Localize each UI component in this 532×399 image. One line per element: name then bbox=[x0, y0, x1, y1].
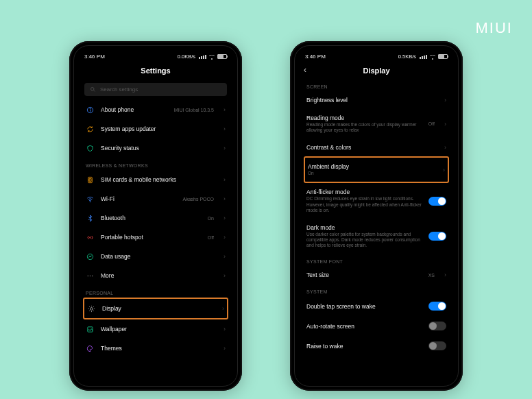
row-bluetooth[interactable]: Bluetooth On › bbox=[77, 208, 234, 228]
row-label: Display bbox=[102, 305, 215, 312]
toggle-auto-rotate[interactable] bbox=[428, 322, 446, 330]
row-data-usage[interactable]: Data usage › bbox=[77, 247, 234, 266]
wifi-icon bbox=[209, 54, 215, 60]
status-net: 0.5KB/s bbox=[398, 53, 416, 60]
svg-point-10 bbox=[89, 275, 90, 276]
row-themes[interactable]: Themes › bbox=[77, 339, 234, 358]
row-wallpaper[interactable]: Wallpaper › bbox=[77, 319, 234, 339]
search-input[interactable]: Search settings bbox=[84, 83, 227, 96]
section-system: SYSTEM bbox=[298, 284, 455, 296]
chevron-right-icon: › bbox=[444, 121, 446, 128]
status-time: 3:46 PM bbox=[305, 53, 326, 60]
shield-icon bbox=[86, 144, 94, 152]
signal-icon bbox=[420, 55, 427, 59]
data-icon bbox=[86, 252, 94, 261]
row-text-size[interactable]: Text size XS › bbox=[298, 266, 455, 284]
search-placeholder: Search settings bbox=[100, 86, 138, 93]
signal-icon bbox=[199, 55, 206, 59]
svg-point-6 bbox=[90, 201, 90, 202]
chevron-right-icon: › bbox=[222, 305, 224, 312]
section-screen: SCREEN bbox=[298, 79, 455, 91]
sim-icon bbox=[86, 176, 94, 184]
row-label: Themes bbox=[101, 345, 217, 352]
row-label: Brightness level bbox=[306, 97, 437, 104]
chevron-right-icon: › bbox=[223, 253, 226, 260]
page-title-row: ‹ Display bbox=[298, 62, 455, 79]
wifi-icon bbox=[86, 195, 94, 203]
svg-point-9 bbox=[87, 275, 88, 276]
battery-icon bbox=[438, 54, 448, 59]
row-label: Reading mode Reading mode makes the colo… bbox=[306, 114, 422, 133]
chevron-right-icon: › bbox=[444, 144, 446, 151]
section-personal: PERSONAL bbox=[77, 285, 234, 298]
row-security-status[interactable]: Security status › bbox=[77, 138, 234, 158]
chevron-right-icon: › bbox=[444, 97, 446, 104]
svg-point-11 bbox=[92, 275, 93, 276]
row-system-updater[interactable]: System apps updater › bbox=[77, 119, 234, 138]
row-sim[interactable]: SIM cards & mobile networks › bbox=[77, 170, 234, 189]
svg-point-12 bbox=[90, 307, 93, 310]
chevron-right-icon: › bbox=[223, 272, 226, 279]
row-wifi[interactable]: Wi-Fi Akashs POCO › bbox=[77, 189, 234, 208]
row-label: Wallpaper bbox=[101, 326, 217, 332]
row-double-tap[interactable]: Double tap screen to wake bbox=[298, 296, 455, 316]
row-about-phone[interactable]: About phone MIUI Global 10.3.5 › bbox=[77, 100, 234, 119]
row-label: More bbox=[101, 272, 217, 279]
row-label: SIM cards & mobile networks bbox=[101, 176, 217, 183]
back-button[interactable]: ‹ bbox=[304, 65, 306, 75]
row-value: XS bbox=[428, 273, 435, 278]
row-label: Data usage bbox=[101, 253, 217, 260]
refresh-icon bbox=[86, 125, 94, 133]
row-label: Security status bbox=[101, 145, 217, 152]
toggle-raise-to-wake[interactable] bbox=[428, 341, 446, 350]
row-subtitle: DC Dimming reduces eye strain in low lig… bbox=[306, 196, 422, 213]
row-raise-to-wake[interactable]: Raise to wake bbox=[298, 336, 455, 356]
page-title: Display bbox=[363, 66, 389, 75]
row-dark-mode[interactable]: Dark mode Use darker color palette for s… bbox=[298, 219, 455, 254]
toggle-double-tap[interactable] bbox=[428, 302, 446, 311]
row-value: MIUI Global 10.3.5 bbox=[174, 108, 214, 112]
row-subtitle: Use darker color palette for system back… bbox=[306, 232, 422, 248]
status-bar: 3:46 PM 0.5KB/s bbox=[298, 49, 455, 62]
row-reading-mode[interactable]: Reading mode Reading mode makes the colo… bbox=[298, 109, 455, 138]
toggle-anti-flicker[interactable] bbox=[428, 197, 446, 206]
row-value: Off bbox=[208, 235, 214, 240]
chevron-right-icon: › bbox=[223, 145, 226, 152]
row-value: Akashs POCO bbox=[182, 197, 214, 202]
chevron-right-icon: › bbox=[223, 106, 226, 113]
toggle-dark-mode[interactable] bbox=[428, 232, 446, 241]
row-value: On bbox=[208, 216, 214, 221]
row-label: Dark mode Use darker color palette for s… bbox=[306, 224, 422, 248]
row-label: Portable hotspot bbox=[101, 234, 201, 241]
row-hotspot[interactable]: Portable hotspot Off › bbox=[77, 228, 234, 247]
row-ambient-display[interactable]: Ambient display On › bbox=[305, 158, 448, 182]
sun-icon bbox=[87, 304, 95, 313]
battery-icon bbox=[217, 54, 227, 59]
page-title: Settings bbox=[141, 66, 170, 75]
row-display[interactable]: Display › bbox=[84, 299, 227, 318]
chevron-right-icon: › bbox=[223, 234, 226, 241]
page-title-row: Settings bbox=[77, 62, 234, 79]
svg-rect-5 bbox=[88, 177, 92, 182]
row-label: About phone bbox=[101, 106, 167, 113]
row-brightness[interactable]: Brightness level › bbox=[298, 91, 455, 109]
row-auto-rotate[interactable]: Auto-rotate screen bbox=[298, 316, 455, 336]
row-value: Off bbox=[428, 121, 435, 126]
row-anti-flicker[interactable]: Anti-flicker mode DC Dimming reduces eye… bbox=[298, 183, 455, 218]
section-wireless: WIRELESS & NETWORKS bbox=[77, 158, 234, 170]
row-label: Wi-Fi bbox=[101, 195, 176, 202]
chevron-right-icon: › bbox=[443, 167, 445, 173]
phone-settings: 3:46 PM 0.0KB/s Settings Search settings… bbox=[69, 41, 242, 391]
chevron-right-icon: › bbox=[223, 215, 226, 221]
hotspot-icon bbox=[86, 233, 94, 241]
row-more[interactable]: More › bbox=[77, 266, 234, 285]
row-subtitle: Reading mode makes the colors of your di… bbox=[306, 122, 422, 133]
bluetooth-icon bbox=[86, 214, 94, 222]
svg-line-1 bbox=[94, 90, 95, 92]
highlight-ambient: Ambient display On › bbox=[304, 156, 449, 183]
chevron-right-icon: › bbox=[223, 176, 226, 183]
image-icon bbox=[86, 325, 94, 333]
svg-point-0 bbox=[91, 88, 95, 91]
row-label: Double tap screen to wake bbox=[306, 303, 422, 310]
row-contrast[interactable]: Contrast & colors › bbox=[298, 138, 455, 156]
